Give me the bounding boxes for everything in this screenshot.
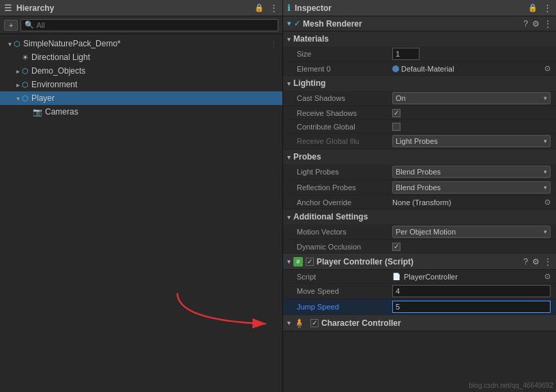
reflection-probes-row: Reflection Probes Blend Probes ▾ (283, 180, 556, 196)
receive-shadows-row: Receive Shadows ✓ (283, 106, 556, 120)
anchor-override-value: None (Transform) (392, 198, 542, 207)
mesh-renderer-title: Mesh Renderer (303, 19, 523, 29)
size-label: Size (297, 50, 392, 58)
tree-label: Cameras (45, 107, 78, 117)
probes-section-header[interactable]: ▾ Probes (283, 149, 556, 164)
section-title: Probes (293, 152, 321, 162)
script-label: Script (297, 273, 392, 281)
motion-vectors-row: Motion Vectors Per Object Motion ▾ (283, 224, 556, 240)
reflection-probes-dropdown[interactable]: Blend Probes ▾ (392, 181, 551, 194)
dynamic-occlusion-row: Dynamic Occlusion ✓ (283, 240, 556, 254)
receive-shadows-checkbox[interactable]: ✓ (392, 109, 400, 117)
materials-section-header[interactable]: ▾ Materials (283, 31, 556, 46)
settings-icon[interactable]: ⚙ (532, 19, 540, 29)
hierarchy-panel: ☰ Hierarchy 🔒 ⋮ + 🔍 ▾ ⬡ SimpleNaturePack… (0, 0, 283, 392)
section-arrow: ▾ (287, 80, 291, 87)
add-button[interactable]: + (4, 20, 18, 31)
contribute-global-checkbox[interactable] (392, 123, 400, 131)
inspector-header: ℹ Inspector 🔒 ⋮ (283, 0, 556, 16)
mesh-renderer-header: ▾ ✓ Mesh Renderer ? ⚙ ⋮ (283, 16, 556, 31)
additional-section-header[interactable]: ▾ Additional Settings (283, 209, 556, 224)
char-ctrl-title: Character Controller (321, 318, 552, 328)
lighting-section-header[interactable]: ▾ Lighting (283, 76, 556, 91)
player-controller-title: Player Controller (Script) (317, 257, 521, 267)
lock-icon[interactable]: 🔒 (254, 3, 264, 12)
size-input[interactable] (392, 48, 420, 60)
context-icon[interactable]: ⋮ (544, 257, 552, 267)
hierarchy-title: Hierarchy (16, 3, 54, 13)
light-probes-dropdown[interactable]: Blend Probes ▾ (392, 166, 551, 178)
dropdown-arrow: ▾ (544, 138, 547, 145)
move-speed-row: Move Speed (283, 284, 556, 299)
material-dot (392, 65, 399, 72)
dynamic-occlusion-label: Dynamic Occlusion (297, 243, 392, 251)
inspector-content: ▾ ✓ Mesh Renderer ? ⚙ ⋮ ▾ Materials Size (283, 16, 556, 392)
toggle-icon: ▾ (14, 95, 22, 102)
section-title: Lighting (293, 78, 325, 88)
renderer-check-icon: ✓ (294, 19, 300, 28)
toggle-icon: ▸ (14, 81, 22, 89)
mesh-renderer-icon: ▾ (287, 19, 291, 28)
tree-label: Player (31, 93, 55, 103)
section-title: Materials (293, 34, 329, 44)
inspector-icon: ℹ (287, 3, 291, 13)
menu-icon[interactable]: ⋮ (269, 3, 278, 13)
script-row: Script 📄 PlayerController ⊙ (283, 270, 556, 284)
section-arrow: ▾ (287, 319, 291, 327)
tree-item-demo-objects[interactable]: ▸ ⬡ Demo_Objects (0, 64, 282, 78)
material-ref: Default-Material ⊙ (392, 64, 551, 73)
material-name: Default-Material (401, 65, 542, 73)
tree-label: Environment (31, 80, 77, 89)
contribute-global-label: Contribute Global (297, 123, 392, 131)
light-icon: ☀ (22, 53, 29, 62)
inspector-title: Inspector (295, 3, 332, 13)
pick-icon[interactable]: ⊙ (544, 272, 551, 281)
tree-item-simple-nature[interactable]: ▾ ⬡ SimpleNaturePack_Demo* ⋮ (0, 37, 282, 50)
move-speed-label: Move Speed (297, 287, 392, 295)
light-probes-row: Light Probes Blend Probes ▾ (283, 164, 556, 180)
size-row: Size (283, 46, 556, 62)
help-icon[interactable]: ? (523, 19, 528, 29)
receive-shadows-label: Receive Shadows (297, 109, 392, 117)
search-box[interactable]: 🔍 (20, 19, 278, 31)
dynamic-occlusion-checkbox[interactable]: ✓ (392, 243, 400, 251)
tree-item-player[interactable]: ▾ ⬡ Player (0, 91, 282, 105)
camera-icon: 📷 (33, 108, 42, 117)
jump-speed-input[interactable] (392, 301, 551, 313)
hierarchy-toolbar: + 🔍 (0, 16, 282, 34)
move-speed-input[interactable] (392, 285, 551, 297)
toggle-icon: ▾ (5, 40, 14, 48)
element0-row: Element 0 Default-Material ⊙ (283, 62, 556, 76)
enabled-checkbox[interactable]: ✓ (306, 258, 314, 266)
section-arrow: ▾ (287, 35, 291, 43)
search-input[interactable] (36, 21, 274, 29)
context-icon[interactable]: ⋮ (544, 19, 552, 29)
motion-vectors-dropdown[interactable]: Per Object Motion ▾ (392, 226, 551, 238)
section-arrow: ▾ (287, 153, 291, 161)
tree-item-cameras[interactable]: 📷 Cameras (0, 105, 282, 119)
pick-icon[interactable]: ⊙ (544, 64, 551, 73)
menu-icon[interactable]: ⋮ (543, 3, 552, 13)
context-icon[interactable]: ⋮ (270, 40, 277, 48)
cast-shadows-row: Cast Shadows On ▾ (283, 91, 556, 106)
light-probes-label: Light Probes (297, 168, 392, 176)
script-ref: 📄 PlayerController ⊙ (392, 272, 551, 281)
anchor-override-ref: None (Transform) ⊙ (392, 198, 551, 207)
cast-shadows-dropdown[interactable]: On ▾ (392, 92, 551, 104)
script-file-icon: 📄 (392, 273, 400, 280)
settings-icon[interactable]: ⚙ (532, 257, 540, 267)
anchor-override-label: Anchor Override (297, 198, 392, 207)
receive-global-dropdown[interactable]: Light Probes ▾ (392, 135, 551, 147)
light-probes-value: Blend Probes (396, 168, 441, 176)
element0-label: Element 0 (297, 65, 392, 73)
cube-icon: ⬡ (22, 67, 29, 76)
lock-icon[interactable]: 🔒 (528, 3, 538, 12)
hierarchy-tree: ▾ ⬡ SimpleNaturePack_Demo* ⋮ ☀ Direction… (0, 34, 282, 392)
motion-vectors-label: Motion Vectors (297, 228, 392, 236)
tree-item-directional-light[interactable]: ☀ Directional Light (0, 50, 282, 64)
help-icon[interactable]: ? (523, 257, 528, 267)
toggle-icon: ▸ (14, 67, 22, 75)
tree-item-environment[interactable]: ▸ ⬡ Environment (0, 78, 282, 91)
pick-icon[interactable]: ⊙ (544, 198, 551, 207)
enabled-checkbox[interactable]: ✓ (310, 319, 319, 327)
